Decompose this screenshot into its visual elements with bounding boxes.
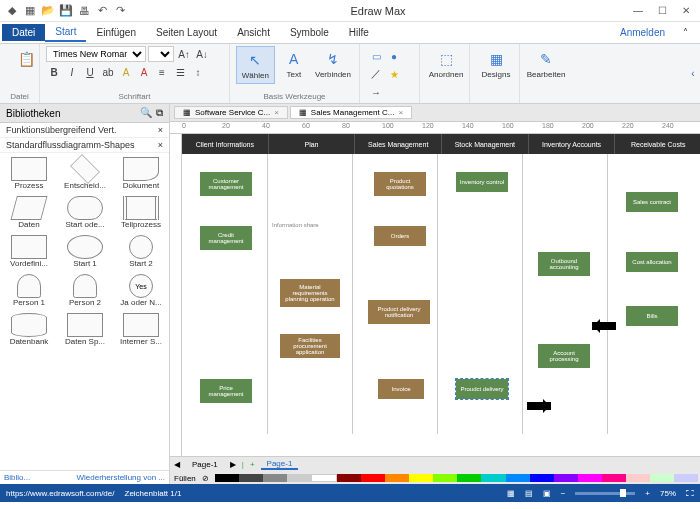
strike-icon[interactable]: ab <box>100 64 116 80</box>
page-nav-next[interactable]: ▶ <box>230 460 236 469</box>
tab-layout[interactable]: Seiten Layout <box>146 24 227 41</box>
page-tab-1[interactable]: Page-1 <box>186 460 224 469</box>
zoom-in-icon[interactable]: + <box>645 489 650 498</box>
lane-head-1[interactable]: Client Informations <box>182 134 269 154</box>
file-menu[interactable]: Datei <box>2 24 45 41</box>
node-inventory-ctrl[interactable]: Inventory control <box>456 172 508 192</box>
connector-tool[interactable]: ↯Verbinden <box>313 46 353 84</box>
page-nav-prev[interactable]: ◀ <box>174 460 180 469</box>
lib-search-icon[interactable]: 🔍 <box>140 107 152 119</box>
view-full-icon[interactable]: ▣ <box>543 489 551 498</box>
tab-symbols[interactable]: Symbole <box>280 24 339 41</box>
close-icon[interactable]: × <box>158 140 163 150</box>
save-icon[interactable]: 💾 <box>58 3 74 19</box>
tab-help[interactable]: Hilfe <box>339 24 379 41</box>
font-grow-icon[interactable]: A↑ <box>176 46 192 62</box>
node-procurement[interactable]: Facilities procurement application <box>280 334 340 358</box>
font-family-select[interactable]: Times New Roman <box>46 46 146 62</box>
node-mrp[interactable]: Material requirements planning operation <box>280 279 340 307</box>
ribbon-toggle[interactable]: ˄ <box>673 24 698 41</box>
lib-foot-right[interactable]: Wiederherstellung von ... <box>77 473 166 482</box>
arrange-button[interactable]: ⬚Anordnen <box>426 46 466 82</box>
lane-head-5[interactable]: Inventory Accounts <box>529 134 616 154</box>
close-icon[interactable]: × <box>158 125 163 135</box>
node-orders[interactable]: Orders <box>374 226 426 246</box>
lane-head-3[interactable]: Sales Management <box>355 134 442 154</box>
node-delivery-notif[interactable]: Product delivery notification <box>368 300 430 324</box>
shape-arrow-icon[interactable]: → <box>368 84 384 100</box>
minimize-button[interactable]: — <box>628 3 648 19</box>
ribbon-expand-icon[interactable]: ‹ <box>686 44 700 103</box>
tab-view[interactable]: Ansicht <box>227 24 280 41</box>
fontcolor-icon[interactable]: A <box>136 64 152 80</box>
node-sales-contract[interactable]: Sales contract <box>626 192 678 212</box>
shape-rect-icon[interactable]: ▭ <box>368 48 384 64</box>
shape-circle-icon[interactable]: ● <box>386 48 402 64</box>
highlight-icon[interactable]: A <box>118 64 134 80</box>
shape-internal[interactable]: Interner S... <box>114 311 168 348</box>
lib-options-icon[interactable]: ⧉ <box>156 107 163 119</box>
bullets-icon[interactable]: ≡ <box>154 64 170 80</box>
node-price-mgmt[interactable]: Price management <box>200 379 252 403</box>
lane-head-6[interactable]: Receivable Costs <box>615 134 700 154</box>
node-account-proc[interactable]: Account processing <box>538 344 590 368</box>
font-size-select[interactable]: 10 <box>148 46 174 62</box>
close-button[interactable]: ✕ <box>676 3 696 19</box>
open-icon[interactable]: 📂 <box>40 3 56 19</box>
node-cost-alloc[interactable]: Cost allocation <box>626 252 678 272</box>
spacing-icon[interactable]: ↕ <box>190 64 206 80</box>
shape-process[interactable]: Prozess <box>2 155 56 192</box>
page-tab-2[interactable]: Page-1 <box>261 459 299 470</box>
login-link[interactable]: Anmelden <box>612 27 673 38</box>
node-outbound[interactable]: Outbound accounting <box>538 252 590 276</box>
shape-subprocess[interactable]: Teilprozess <box>114 194 168 231</box>
new-icon[interactable]: ▦ <box>22 3 38 19</box>
edit-button[interactable]: ✎Bearbeiten <box>526 46 566 82</box>
redo-icon[interactable]: ↷ <box>112 3 128 19</box>
tab-start[interactable]: Start <box>45 23 86 42</box>
lane-head-2[interactable]: Plan <box>269 134 356 154</box>
close-icon[interactable]: × <box>274 108 279 117</box>
node-credit-mgmt[interactable]: Credit management <box>200 226 252 250</box>
node-bills[interactable]: Bills <box>626 306 678 326</box>
drawing-canvas[interactable]: Client Informations Plan Sales Managemen… <box>182 134 700 456</box>
text-tool[interactable]: AText <box>275 46 313 84</box>
shape-database[interactable]: Datenbank <box>2 311 56 348</box>
view-normal-icon[interactable]: ▦ <box>507 489 515 498</box>
shape-datastore[interactable]: Daten Sp... <box>58 311 112 348</box>
shape-person2[interactable]: Person 2 <box>58 272 112 309</box>
color-palette[interactable] <box>215 474 698 482</box>
node-invoice[interactable]: Invoice <box>378 379 424 399</box>
node-quotations[interactable]: Product quotations <box>374 172 426 196</box>
tab-insert[interactable]: Einfügen <box>86 24 145 41</box>
shape-document[interactable]: Dokument <box>114 155 168 192</box>
zoom-out-icon[interactable]: − <box>561 489 566 498</box>
designs-button[interactable]: ▦Designs <box>476 46 516 82</box>
select-tool[interactable]: ↖Wählen <box>236 46 275 84</box>
shape-yesno[interactable]: YesJa oder N... <box>114 272 168 309</box>
shape-startend[interactable]: Start ode... <box>58 194 112 231</box>
shape-decision[interactable]: Entscheid... <box>58 155 112 192</box>
zoom-fit-icon[interactable]: ⛶ <box>686 489 694 498</box>
shape-predefined[interactable]: Vordefini... <box>2 233 56 270</box>
italic-icon[interactable]: I <box>64 64 80 80</box>
print-icon[interactable]: 🖶 <box>76 3 92 19</box>
undo-icon[interactable]: ↶ <box>94 3 110 19</box>
lib-foot-left[interactable]: Biblio... <box>4 473 30 482</box>
align-icon[interactable]: ☰ <box>172 64 188 80</box>
node-customer-mgmt[interactable]: Customer management <box>200 172 252 196</box>
shape-person1[interactable]: Person 1 <box>2 272 56 309</box>
doc-tab-1[interactable]: ▦Software Service C...× <box>174 106 288 119</box>
zoom-level[interactable]: 75% <box>660 489 676 498</box>
lib-category-flowchart[interactable]: Standardflussdiagramm-Shapes× <box>0 138 169 153</box>
zoom-slider[interactable] <box>575 492 635 495</box>
shape-star-icon[interactable]: ★ <box>386 66 402 82</box>
maximize-button[interactable]: ☐ <box>652 3 672 19</box>
lane-head-4[interactable]: Stock Management <box>442 134 529 154</box>
font-shrink-icon[interactable]: A↓ <box>194 46 210 62</box>
shape-data[interactable]: Daten <box>2 194 56 231</box>
page-add-icon[interactable]: + <box>250 460 255 469</box>
doc-tab-2[interactable]: ▦Sales Management C...× <box>290 106 412 119</box>
view-page-icon[interactable]: ▤ <box>525 489 533 498</box>
fill-none-icon[interactable]: ⊘ <box>202 474 209 483</box>
